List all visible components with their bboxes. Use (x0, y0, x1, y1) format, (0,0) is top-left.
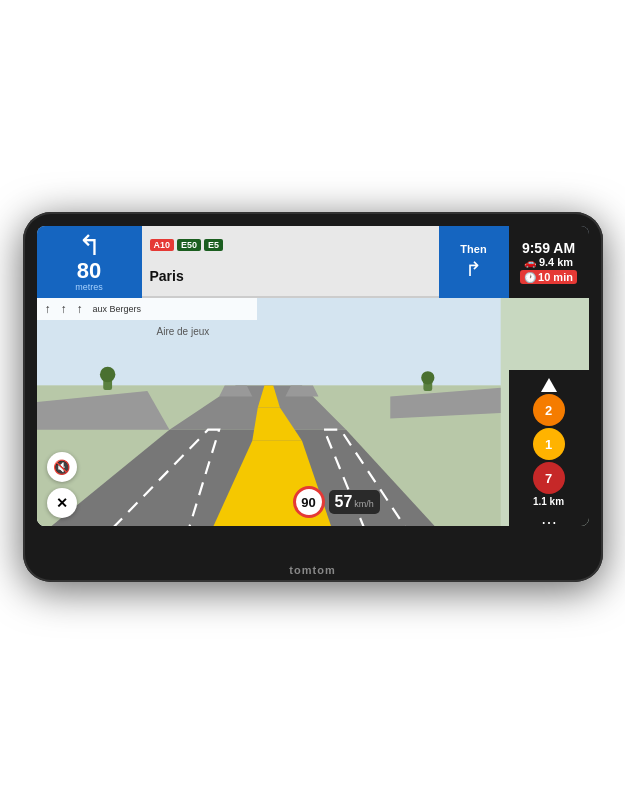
then-label: Then (460, 243, 486, 255)
aux-arrow-2: ↑ (61, 302, 67, 316)
traffic-item-7[interactable]: 7 (533, 462, 565, 494)
traffic-up-arrow-icon (541, 378, 557, 392)
aux-arrow-3: ↑ (77, 302, 83, 316)
mute-button[interactable]: 🔇 (47, 452, 77, 482)
svg-marker-17 (285, 386, 318, 397)
badge-e50: E50 (177, 239, 201, 251)
clock-icon: 🕐 (524, 272, 536, 283)
then-arrow-icon: ↱ (465, 257, 482, 281)
right-info-panel: 9:59 AM 🚗 9.4 km 🕐 10 min (509, 226, 589, 298)
time-display: 9:59 AM (522, 240, 575, 256)
badge-e5: E5 (204, 239, 223, 251)
then-panel: Then ↱ (439, 226, 509, 298)
svg-point-13 (99, 367, 114, 382)
traffic-sidebar: 2 1 7 1.1 km ⋯ (509, 370, 589, 526)
car-icon: 🚗 (524, 257, 536, 268)
speed-limit: 90 (293, 486, 325, 518)
svg-marker-16 (219, 386, 252, 397)
traffic-more-button[interactable]: ⋯ (541, 513, 557, 526)
badge-a10: A10 (150, 239, 175, 251)
aux-arrow-1: ↑ (45, 302, 51, 316)
traffic-item-1[interactable]: 1 (533, 428, 565, 460)
gps-device: ↰ 80 metres A10 E50 E5 Paris Then ↱ 9: (23, 212, 603, 582)
road-badges: A10 E50 E5 (150, 239, 431, 251)
mute-icon: 🔇 (53, 459, 70, 475)
brand-label: tomtom (289, 564, 335, 576)
traffic-item-2[interactable]: 2 (533, 394, 565, 426)
road-info-panel: A10 E50 E5 Paris (142, 226, 439, 298)
aux-road-label: aux Bergers (93, 304, 142, 314)
map-area: ↑ ↑ ↑ aux Bergers Aire de jeux 90 57 km/… (37, 298, 589, 526)
instruction-panel: ↰ 80 metres (37, 226, 142, 298)
turn-arrow-icon: ↰ (78, 232, 101, 260)
eta-distance-row: 🚗 9.4 km (524, 256, 573, 268)
close-icon: ✕ (56, 495, 68, 511)
speed-unit: km/h (354, 499, 374, 509)
svg-point-15 (421, 371, 434, 384)
close-button[interactable]: ✕ (47, 488, 77, 518)
current-speed: 57 (335, 493, 353, 511)
eta-time-badge: 🕐 10 min (520, 270, 577, 284)
screen: ↰ 80 metres A10 E50 E5 Paris Then ↱ 9: (37, 226, 589, 526)
speed-container: 90 57 km/h (293, 486, 380, 518)
traffic-distance: 1.1 km (533, 496, 564, 507)
eta-time-value: 10 min (538, 271, 573, 283)
street-name: Paris (150, 268, 431, 284)
aux-strip: ↑ ↑ ↑ aux Bergers (37, 298, 257, 320)
nav-bar: ↰ 80 metres A10 E50 E5 Paris Then ↱ 9: (37, 226, 589, 298)
eta-distance: 9.4 km (539, 256, 573, 268)
distance-value: 80 (77, 260, 101, 282)
place-label: Aire de jeux (157, 326, 210, 337)
distance-unit: metres (75, 282, 103, 292)
